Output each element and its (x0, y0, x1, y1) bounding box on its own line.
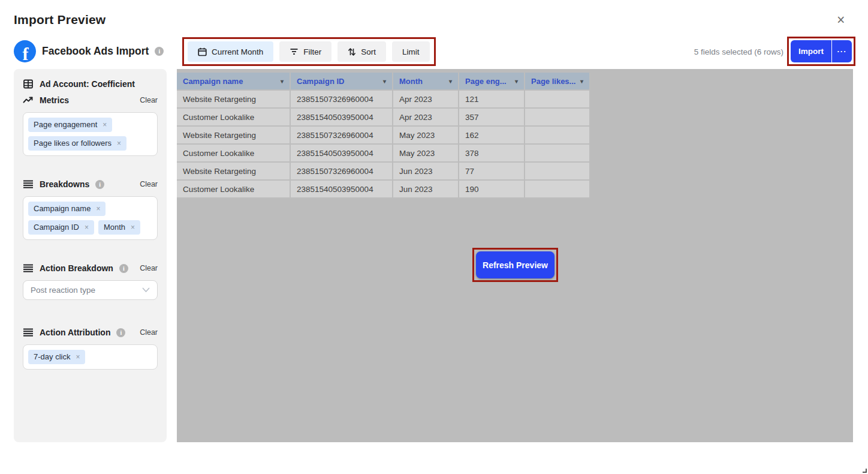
table-cell: Website Retargeting (177, 91, 291, 109)
facebook-logo-icon: f (14, 40, 36, 62)
table-cell (525, 127, 590, 145)
import-more-button[interactable]: ··· (832, 40, 852, 62)
action-attribution-chips-box[interactable]: 7-day click× (23, 344, 158, 370)
column-dropdown-icon[interactable]: ▾ (580, 78, 583, 85)
filter-label: Filter (303, 47, 321, 56)
metrics-header: Metrics Clear (23, 94, 158, 106)
page-title: Import Preview (14, 13, 106, 27)
table-cell: 23851507326960004 (291, 163, 393, 181)
table-cell: Jun 2023 (393, 181, 459, 199)
resize-handle[interactable] (863, 469, 867, 473)
column-header[interactable]: Page likes...▾ (525, 73, 590, 91)
column-header-label: Page likes... (531, 77, 575, 86)
table-row: Website Retargeting23851507326960004Jun … (177, 163, 590, 181)
facebook-letter: f (23, 46, 29, 63)
table-cell: 23851507326960004 (291, 91, 393, 109)
table-cell: May 2023 (393, 145, 459, 163)
breakdowns-title: Breakdowns (40, 179, 89, 189)
table-cell: 77 (459, 163, 525, 181)
sort-arrows-icon (348, 47, 356, 56)
chip-label: Month (104, 223, 125, 232)
chip-remove-icon[interactable]: × (96, 204, 100, 214)
action-breakdown-select[interactable]: Post reaction type (23, 280, 158, 300)
breakdowns-clear-button[interactable]: Clear (140, 180, 158, 188)
sort-button[interactable]: Sort (337, 41, 386, 62)
table-cell: May 2023 (393, 127, 459, 145)
column-dropdown-icon[interactable]: ▾ (383, 78, 386, 85)
table-cell: 378 (459, 145, 525, 163)
table-cell: 23851540503950004 (291, 145, 393, 163)
chevron-down-icon (142, 287, 150, 293)
table-cell: 23851540503950004 (291, 181, 393, 199)
calendar-icon (198, 47, 207, 56)
table-cell: 190 (459, 181, 525, 199)
table-cell: Apr 2023 (393, 91, 459, 109)
breakdowns-info-icon[interactable]: i (95, 180, 104, 189)
metrics-trend-icon (23, 95, 34, 106)
column-dropdown-icon[interactable]: ▾ (515, 78, 518, 85)
column-header-label: Page eng... (465, 77, 507, 86)
table-cell: Apr 2023 (393, 109, 459, 127)
chip-remove-icon[interactable]: × (85, 223, 89, 232)
table-cell: Customer Lookalike (177, 109, 291, 127)
refresh-preview-button[interactable]: Refresh Preview (476, 251, 554, 278)
column-dropdown-icon[interactable]: ▾ (449, 78, 452, 85)
column-header[interactable]: Campaign ID▾ (291, 73, 393, 91)
action-breakdown-clear-button[interactable]: Clear (140, 264, 158, 272)
column-dropdown-icon[interactable]: ▾ (281, 78, 284, 85)
table-cell: Website Retargeting (177, 163, 291, 181)
table-cell: 23851540503950004 (291, 109, 393, 127)
chip-label: Campaign name (34, 204, 91, 214)
metrics-title: Metrics (40, 95, 69, 105)
chip-remove-icon[interactable]: × (131, 223, 135, 232)
ad-account-label: Ad Account: Coefficient (40, 79, 135, 89)
table-cell (525, 91, 590, 109)
table-cell (525, 181, 590, 199)
action-attribution-header: Action Attribution i Clear (23, 326, 158, 338)
sort-label: Sort (361, 47, 376, 56)
import-button[interactable]: Import (791, 40, 831, 62)
table-header-row: Campaign name▾Campaign ID▾Month▾Page eng… (177, 73, 590, 91)
table-row: Website Retargeting23851507326960004Apr … (177, 91, 590, 109)
chip: Campaign ID× (28, 220, 94, 235)
info-icon[interactable]: i (155, 47, 164, 56)
chip-remove-icon[interactable]: × (76, 352, 80, 362)
table-cell: Website Retargeting (177, 127, 291, 145)
table-cell: 121 (459, 91, 525, 109)
sidebar: Ad Account: Coefficient Metrics Clear Pa… (14, 69, 167, 442)
action-breakdown-info-icon[interactable]: i (119, 264, 128, 273)
ad-account-row: Ad Account: Coefficient (23, 78, 158, 90)
breakdowns-chips-box[interactable]: Campaign name×Campaign ID×Month× (23, 196, 158, 240)
action-attribution-info-icon[interactable]: i (116, 328, 125, 337)
date-range-label: Current Month (212, 47, 263, 56)
chip: Page engagement× (28, 118, 112, 132)
date-range-button[interactable]: Current Month (188, 41, 273, 62)
chip-remove-icon[interactable]: × (103, 120, 107, 130)
metrics-chips-box[interactable]: Page engagement×Page likes or followers× (23, 112, 158, 156)
source-header: f Facebook Ads Import i (14, 40, 164, 62)
menu-lines-icon (23, 263, 34, 274)
column-header[interactable]: Campaign name▾ (177, 73, 291, 91)
action-attribution-title: Action Attribution (40, 328, 110, 337)
select-placeholder: Post reaction type (31, 286, 142, 295)
chip: Month× (98, 220, 140, 235)
action-breakdown-header: Action Breakdown i Clear (23, 262, 158, 274)
chip: Campaign name× (28, 202, 106, 216)
limit-button[interactable]: Limit (392, 41, 430, 62)
table-cell: 162 (459, 127, 525, 145)
table-cell: Customer Lookalike (177, 181, 291, 199)
close-icon[interactable]: × (837, 13, 845, 27)
column-header[interactable]: Page eng...▾ (459, 73, 525, 91)
table-cell: Customer Lookalike (177, 145, 291, 163)
table-row: Customer Lookalike23851540503950004May 2… (177, 145, 590, 163)
menu-lines-icon (23, 327, 34, 338)
chip-remove-icon[interactable]: × (117, 139, 121, 148)
fields-selected-status: 5 fields selected (6 rows) (694, 47, 783, 56)
column-header[interactable]: Month▾ (393, 73, 459, 91)
table-cell: 23851507326960004 (291, 127, 393, 145)
metrics-clear-button[interactable]: Clear (140, 96, 158, 104)
preview-table: Campaign name▾Campaign ID▾Month▾Page eng… (177, 73, 590, 199)
action-attribution-clear-button[interactable]: Clear (140, 328, 158, 337)
filter-button[interactable]: Filter (279, 41, 331, 62)
menu-lines-icon (23, 179, 34, 190)
